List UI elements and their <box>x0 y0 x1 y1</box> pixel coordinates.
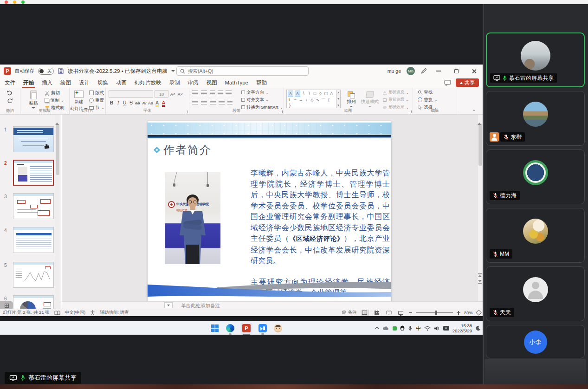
screen-share-banner[interactable]: 慕石雷的屏幕共享 <box>5 372 81 384</box>
text-direction-button[interactable]: 文字方向⌄ <box>241 89 283 96</box>
replace-button[interactable]: 替换⌄ <box>418 97 438 103</box>
down-arrow-shape-icon[interactable]: ↓ <box>304 97 309 103</box>
line-spacing-icon[interactable] <box>226 91 232 96</box>
scribble-shape-icon[interactable]: ∿ <box>316 97 320 103</box>
scrollbar-thumb[interactable] <box>478 124 482 166</box>
pen-mode-icon[interactable] <box>420 68 427 74</box>
slideshow-view-button[interactable] <box>397 310 405 316</box>
meeting-app-button[interactable] <box>258 323 268 333</box>
window-close-button[interactable] <box>468 66 480 76</box>
increase-indent-icon[interactable] <box>218 91 223 96</box>
account-avatar[interactable]: MG <box>407 67 415 75</box>
arrow-shape-icon[interactable]: \ <box>307 91 311 97</box>
comments-icon[interactable] <box>444 80 451 86</box>
autosave-toggle[interactable]: 关 <box>38 68 54 75</box>
zoom-in-button[interactable] <box>457 311 460 315</box>
rectangle-shape-icon[interactable]: □ <box>313 91 317 97</box>
paste-button[interactable]: 粘贴 <box>23 89 44 109</box>
volume-icon[interactable] <box>434 326 440 331</box>
brace-left-shape-icon[interactable]: { <box>327 97 331 103</box>
arrange-button[interactable]: 排列 <box>343 90 359 107</box>
slide-thumbnail-2-selected[interactable] <box>13 160 54 186</box>
zoom-slider-thumb[interactable] <box>435 311 437 315</box>
taskbar-clock[interactable]: 15:38 2022/5/29 <box>452 323 472 333</box>
window-minimize-button[interactable] <box>433 66 445 76</box>
tab-help[interactable]: 帮助 <box>256 79 267 86</box>
tab-insert[interactable]: 插入 <box>42 79 52 86</box>
share-button[interactable]: 共享 <box>456 78 479 87</box>
account-name[interactable]: mu ge <box>388 68 401 74</box>
tab-file[interactable]: 文件 <box>5 79 15 86</box>
focus-assist-moon-icon[interactable] <box>475 325 481 331</box>
character-spacing-button[interactable] <box>141 100 147 105</box>
slide-sorter-view-button[interactable] <box>373 310 381 316</box>
text-shadow-button[interactable] <box>135 100 141 105</box>
font-name-combobox[interactable] <box>109 90 153 98</box>
tab-design[interactable]: 设计 <box>79 79 90 86</box>
input-method-indicator[interactable]: 中 <box>416 325 421 332</box>
slide-thumbnail-1[interactable] <box>13 126 54 152</box>
start-button[interactable] <box>210 323 220 333</box>
qq-tray-icon[interactable] <box>400 325 405 331</box>
normal-view-button[interactable] <box>361 310 369 316</box>
wechat-tray-icon[interactable] <box>393 326 397 331</box>
tab-review[interactable]: 审阅 <box>188 79 199 86</box>
numbering-icon[interactable] <box>201 91 207 96</box>
highlight-color-button[interactable] <box>154 100 160 105</box>
notes-collapse-button[interactable] <box>164 302 173 308</box>
mac-zoom-button[interactable] <box>21 0 25 4</box>
camera-tray-icon[interactable] <box>443 326 449 331</box>
save-icon[interactable] <box>58 68 64 74</box>
tab-view[interactable]: 视图 <box>207 79 217 86</box>
previous-slide-button[interactable] <box>478 273 482 277</box>
dialog-launcher-icon[interactable] <box>409 110 412 113</box>
decrease-indent-icon[interactable] <box>210 91 215 96</box>
accessibility-status[interactable]: 辅助功能: 调查 <box>100 310 129 316</box>
font-color-button[interactable] <box>161 100 167 105</box>
redo-button[interactable] <box>6 98 13 104</box>
accessibility-button[interactable] <box>90 310 95 315</box>
layout-button[interactable]: 版式 <box>89 90 104 96</box>
notes-placeholder[interactable]: 单击此处添加备注 <box>181 303 220 309</box>
align-center-icon[interactable] <box>201 100 207 105</box>
qq-app-button[interactable] <box>273 323 283 333</box>
copy-button[interactable]: 复制 ⌄ <box>45 97 65 104</box>
dialog-launcher-icon[interactable] <box>280 110 283 113</box>
collapse-ribbon-icon[interactable]: ⌄ <box>472 106 476 112</box>
textbox-vertical-icon[interactable]: A <box>295 91 300 97</box>
tab-record[interactable]: 录制 <box>169 79 180 86</box>
document-title[interactable]: 读书分享会-2022.5.29 • 已保存到这台电脑 <box>68 68 168 75</box>
mac-minimize-button[interactable] <box>13 0 16 4</box>
line-shape-icon[interactable]: \ <box>302 91 306 97</box>
author-photo[interactable]: 中央民族大学管理学院 明德仁爱 <box>165 172 220 264</box>
slide-thumbnail-4[interactable] <box>13 227 54 253</box>
onedrive-cloud-icon[interactable] <box>382 326 389 331</box>
oval-shape-icon[interactable]: ○ <box>318 91 323 97</box>
columns-icon[interactable] <box>227 100 233 105</box>
tab-animations[interactable]: 动画 <box>116 79 127 86</box>
triangle-shape-icon[interactable]: △ <box>330 91 334 97</box>
window-maximize-button[interactable] <box>450 66 462 76</box>
dialog-launcher-icon[interactable] <box>65 110 68 113</box>
title-dropdown-icon[interactable] <box>171 70 175 72</box>
fit-to-window-icon[interactable] <box>476 310 482 316</box>
participant-tile[interactable]: 德力海 <box>486 149 585 204</box>
tab-slideshow[interactable]: 幻灯片放映 <box>135 79 162 86</box>
notes-pane[interactable]: 单击此处添加备注 <box>62 301 483 309</box>
bold-button[interactable] <box>109 100 115 105</box>
microphone-tray-icon[interactable] <box>408 325 413 331</box>
participant-tile[interactable]: 东楷 <box>486 91 585 146</box>
find-button[interactable]: 查找 <box>418 89 438 96</box>
participant-tile-sharing[interactable]: 慕石雷的屏幕共享 <box>486 32 585 87</box>
sidebar-divider[interactable] <box>483 4 484 384</box>
shape-outline-button[interactable]: 形状轮廓⌄ <box>382 97 409 103</box>
justify-icon[interactable] <box>219 100 225 105</box>
undo-button[interactable] <box>6 90 13 96</box>
participant-tile[interactable]: 天天 <box>486 266 585 321</box>
underline-button[interactable] <box>122 100 128 105</box>
parallelogram-shape-icon[interactable]: ◇ <box>310 97 314 103</box>
zoom-out-button[interactable] <box>409 312 412 313</box>
tab-draw[interactable]: 绘图 <box>60 79 71 86</box>
shapes-gallery-scrollbar[interactable]: ▲ ▼ ▼ <box>336 90 341 108</box>
italic-button[interactable] <box>115 100 121 105</box>
